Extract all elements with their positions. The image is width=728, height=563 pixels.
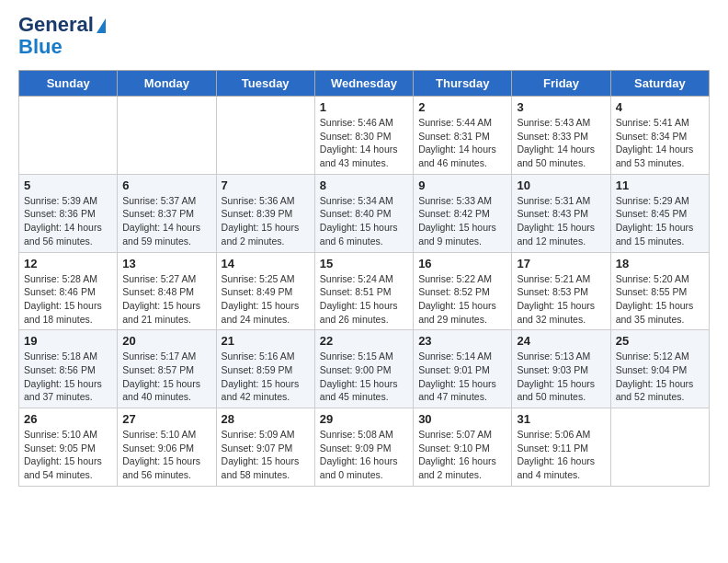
day-info: Sunrise: 5:39 AM Sunset: 8:36 PM Dayligh…	[24, 194, 112, 248]
week-row-2: 5Sunrise: 5:39 AM Sunset: 8:36 PM Daylig…	[19, 174, 710, 252]
calendar-cell: 3Sunrise: 5:43 AM Sunset: 8:33 PM Daylig…	[512, 97, 610, 175]
day-number: 29	[320, 412, 408, 426]
day-number: 13	[122, 257, 210, 270]
day-info: Sunrise: 5:28 AM Sunset: 8:46 PM Dayligh…	[24, 272, 112, 327]
calendar-cell: 17Sunrise: 5:21 AM Sunset: 8:53 PM Dayli…	[512, 252, 610, 330]
calendar-cell: 4Sunrise: 5:41 AM Sunset: 8:34 PM Daylig…	[610, 97, 709, 175]
day-info: Sunrise: 5:24 AM Sunset: 8:51 PM Dayligh…	[320, 272, 408, 327]
calendar-cell: 15Sunrise: 5:24 AM Sunset: 8:51 PM Dayli…	[314, 252, 413, 330]
calendar-cell: 12Sunrise: 5:28 AM Sunset: 8:46 PM Dayli…	[19, 252, 118, 330]
day-number: 4	[616, 100, 704, 114]
calendar-cell	[216, 97, 314, 175]
day-info: Sunrise: 5:15 AM Sunset: 9:00 PM Dayligh…	[320, 350, 408, 404]
day-info: Sunrise: 5:43 AM Sunset: 8:33 PM Dayligh…	[517, 116, 605, 170]
day-number: 18	[616, 257, 704, 270]
weekday-header-wednesday: Wednesday	[314, 71, 413, 97]
day-info: Sunrise: 5:37 AM Sunset: 8:37 PM Dayligh…	[122, 194, 210, 248]
day-number: 22	[320, 334, 408, 348]
calendar-cell: 10Sunrise: 5:31 AM Sunset: 8:43 PM Dayli…	[512, 174, 610, 252]
day-number: 27	[122, 412, 210, 426]
day-info: Sunrise: 5:41 AM Sunset: 8:34 PM Dayligh…	[616, 116, 704, 170]
day-info: Sunrise: 5:13 AM Sunset: 9:03 PM Dayligh…	[517, 350, 605, 404]
calendar-cell	[118, 97, 216, 175]
calendar-cell: 16Sunrise: 5:22 AM Sunset: 8:52 PM Dayli…	[414, 252, 512, 330]
day-number: 5	[24, 178, 112, 192]
day-number: 28	[222, 412, 310, 426]
day-number: 19	[24, 334, 112, 348]
calendar-cell: 24Sunrise: 5:13 AM Sunset: 9:03 PM Dayli…	[512, 330, 610, 408]
day-number: 16	[418, 257, 506, 270]
day-number: 24	[517, 334, 605, 348]
calendar-cell: 5Sunrise: 5:39 AM Sunset: 8:36 PM Daylig…	[19, 174, 118, 252]
day-number: 9	[418, 178, 506, 192]
week-row-1: 1Sunrise: 5:46 AM Sunset: 8:30 PM Daylig…	[19, 97, 710, 175]
calendar-cell: 20Sunrise: 5:17 AM Sunset: 8:57 PM Dayli…	[118, 330, 216, 408]
day-number: 12	[24, 257, 112, 270]
day-number: 3	[517, 100, 605, 114]
day-info: Sunrise: 5:36 AM Sunset: 8:39 PM Dayligh…	[222, 194, 310, 248]
day-number: 21	[222, 334, 310, 348]
day-number: 11	[616, 178, 704, 192]
day-info: Sunrise: 5:09 AM Sunset: 9:07 PM Dayligh…	[222, 428, 310, 482]
calendar-cell: 23Sunrise: 5:14 AM Sunset: 9:01 PM Dayli…	[414, 330, 512, 408]
day-info: Sunrise: 5:22 AM Sunset: 8:52 PM Dayligh…	[418, 272, 506, 327]
day-info: Sunrise: 5:25 AM Sunset: 8:49 PM Dayligh…	[222, 272, 310, 327]
calendar-cell: 22Sunrise: 5:15 AM Sunset: 9:00 PM Dayli…	[314, 330, 413, 408]
calendar-cell: 26Sunrise: 5:10 AM Sunset: 9:05 PM Dayli…	[19, 408, 118, 487]
day-number: 31	[517, 412, 605, 426]
calendar-cell: 9Sunrise: 5:33 AM Sunset: 8:42 PM Daylig…	[414, 174, 512, 252]
day-info: Sunrise: 5:29 AM Sunset: 8:45 PM Dayligh…	[616, 194, 704, 248]
calendar-cell: 6Sunrise: 5:37 AM Sunset: 8:37 PM Daylig…	[118, 174, 216, 252]
day-info: Sunrise: 5:34 AM Sunset: 8:40 PM Dayligh…	[320, 194, 408, 248]
calendar-cell: 19Sunrise: 5:18 AM Sunset: 8:56 PM Dayli…	[19, 330, 118, 408]
weekday-header-row: SundayMondayTuesdayWednesdayThursdayFrid…	[19, 71, 710, 97]
calendar-cell: 7Sunrise: 5:36 AM Sunset: 8:39 PM Daylig…	[216, 174, 314, 252]
day-number: 23	[418, 334, 506, 348]
day-info: Sunrise: 5:21 AM Sunset: 8:53 PM Dayligh…	[517, 272, 605, 327]
calendar-cell: 30Sunrise: 5:07 AM Sunset: 9:10 PM Dayli…	[414, 408, 512, 487]
logo-text: General	[18, 15, 106, 35]
week-row-4: 19Sunrise: 5:18 AM Sunset: 8:56 PM Dayli…	[19, 330, 710, 408]
calendar-cell: 28Sunrise: 5:09 AM Sunset: 9:07 PM Dayli…	[216, 408, 314, 487]
page: General Blue SundayMondayTuesdayWednesda…	[0, 0, 728, 501]
calendar-cell: 1Sunrise: 5:46 AM Sunset: 8:30 PM Daylig…	[314, 97, 413, 175]
day-number: 26	[24, 412, 112, 426]
day-number: 2	[418, 100, 506, 114]
week-row-5: 26Sunrise: 5:10 AM Sunset: 9:05 PM Dayli…	[19, 408, 710, 487]
weekday-header-friday: Friday	[512, 71, 610, 97]
logo: General Blue	[18, 15, 106, 59]
day-number: 10	[517, 178, 605, 192]
day-info: Sunrise: 5:14 AM Sunset: 9:01 PM Dayligh…	[418, 350, 506, 404]
day-number: 25	[616, 334, 704, 348]
calendar-cell: 14Sunrise: 5:25 AM Sunset: 8:49 PM Dayli…	[216, 252, 314, 330]
day-info: Sunrise: 5:08 AM Sunset: 9:09 PM Dayligh…	[320, 428, 408, 482]
day-info: Sunrise: 5:27 AM Sunset: 8:48 PM Dayligh…	[122, 272, 210, 327]
calendar-cell: 18Sunrise: 5:20 AM Sunset: 8:55 PM Dayli…	[610, 252, 709, 330]
calendar-cell: 11Sunrise: 5:29 AM Sunset: 8:45 PM Dayli…	[610, 174, 709, 252]
calendar-cell: 21Sunrise: 5:16 AM Sunset: 8:59 PM Dayli…	[216, 330, 314, 408]
week-row-3: 12Sunrise: 5:28 AM Sunset: 8:46 PM Dayli…	[19, 252, 710, 330]
day-info: Sunrise: 5:10 AM Sunset: 9:06 PM Dayligh…	[122, 428, 210, 482]
day-info: Sunrise: 5:33 AM Sunset: 8:42 PM Dayligh…	[418, 194, 506, 248]
day-info: Sunrise: 5:06 AM Sunset: 9:11 PM Dayligh…	[517, 428, 605, 482]
day-info: Sunrise: 5:46 AM Sunset: 8:30 PM Dayligh…	[320, 116, 408, 170]
calendar-cell: 13Sunrise: 5:27 AM Sunset: 8:48 PM Dayli…	[118, 252, 216, 330]
day-info: Sunrise: 5:17 AM Sunset: 8:57 PM Dayligh…	[122, 350, 210, 404]
day-info: Sunrise: 5:31 AM Sunset: 8:43 PM Dayligh…	[517, 194, 605, 248]
day-number: 6	[122, 178, 210, 192]
day-info: Sunrise: 5:20 AM Sunset: 8:55 PM Dayligh…	[616, 272, 704, 327]
calendar-cell	[610, 408, 709, 487]
weekday-header-saturday: Saturday	[610, 71, 709, 97]
logo-blue: Blue	[18, 35, 63, 58]
day-number: 7	[222, 178, 310, 192]
day-info: Sunrise: 5:12 AM Sunset: 9:04 PM Dayligh…	[616, 350, 704, 404]
calendar-cell: 25Sunrise: 5:12 AM Sunset: 9:04 PM Dayli…	[610, 330, 709, 408]
calendar-cell: 8Sunrise: 5:34 AM Sunset: 8:40 PM Daylig…	[314, 174, 413, 252]
calendar-cell: 31Sunrise: 5:06 AM Sunset: 9:11 PM Dayli…	[512, 408, 610, 487]
day-info: Sunrise: 5:16 AM Sunset: 8:59 PM Dayligh…	[222, 350, 310, 404]
header: General Blue	[18, 15, 710, 59]
calendar-table: SundayMondayTuesdayWednesdayThursdayFrid…	[18, 70, 710, 487]
day-info: Sunrise: 5:10 AM Sunset: 9:05 PM Dayligh…	[24, 428, 112, 482]
day-number: 8	[320, 178, 408, 192]
day-number: 17	[517, 257, 605, 270]
